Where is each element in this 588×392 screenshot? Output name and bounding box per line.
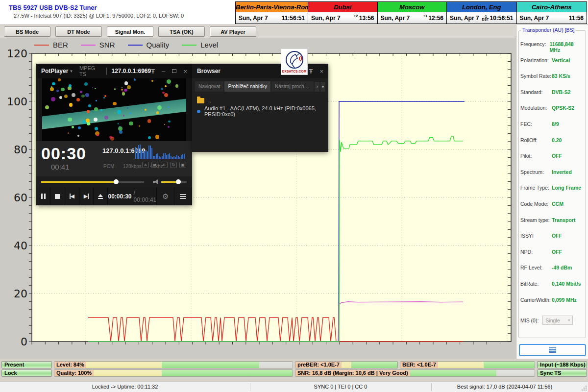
previous-button[interactable]: ◀ — [65, 187, 79, 205]
stop-button[interactable] — [50, 187, 65, 205]
next-button[interactable]: ▶ — [79, 187, 94, 205]
volume-knob[interactable] — [176, 179, 181, 184]
tab-av-player[interactable]: AV Player — [210, 26, 256, 37]
potplayer-stream-type: MPEG TS — [79, 65, 101, 77]
timecode: 00:00:30 / 00:00:41 — [108, 187, 157, 205]
potplayer-title: PotPlayer — [41, 68, 68, 74]
ab-point-b-button[interactable]: B — [161, 162, 168, 168]
clock-london-date: Sun, Apr 7 — [450, 15, 482, 22]
quality-bar: Quality: 100% — [54, 369, 293, 377]
pin-icon[interactable]: Ŧ — [309, 68, 313, 75]
transponder-row-value: OFF — [552, 249, 562, 255]
svg-text:20: 20 — [14, 288, 27, 300]
ab-swap-button[interactable]: ⇄ — [151, 162, 158, 168]
timecode-current: 00:00:30 — [108, 193, 131, 200]
repeat-button[interactable]: ↻ — [170, 162, 177, 168]
transponder-row-label: Stream type: — [520, 217, 552, 223]
tab-nastroj-prochazeni[interactable]: Nástroj procházení tit... — [271, 81, 314, 92]
ab-point-a-button[interactable]: A — [142, 162, 149, 168]
statusbar-lock-uptime: Locked -> Uptime: 00:11:32 — [0, 382, 250, 392]
clock-moscow: Moscow Sun, Apr 7 +1 12:56 — [378, 2, 447, 24]
clock-dubai-date: Sun, Apr 7 — [311, 15, 354, 22]
potplayer-video-area[interactable] — [42, 78, 186, 141]
browser-titlebar[interactable]: Browser Ŧ × — [192, 64, 328, 78]
present-indicator: Present — [1, 361, 52, 368]
transponder-row-value: 0,140 Mbit/s — [552, 281, 581, 287]
potplayer-titlebar[interactable]: PotPlayer ▾ MPEG TS | 127.0.0.1:6969 Ŧ –… — [36, 64, 192, 78]
transponder-row-label: FEC: — [520, 121, 552, 127]
tab-dropdown-icon[interactable]: ▾ — [320, 82, 325, 92]
transponder-row-label: RF Level: — [520, 265, 552, 270]
lock-indicator: Lock — [1, 369, 52, 377]
svg-text:40: 40 — [14, 240, 27, 252]
tab-signal-mon[interactable]: Signal Mon. — [107, 26, 153, 37]
chevron-down-icon[interactable]: ▾ — [70, 69, 73, 74]
transponder-row-label: Code Mode: — [520, 201, 552, 207]
volume-slider[interactable] — [161, 181, 187, 183]
clock-london-time: 10:56:51 — [490, 15, 513, 22]
svg-text:60: 60 — [14, 192, 27, 204]
transponder-row: Pilot:OFF — [520, 153, 583, 159]
snr-bar: SNR: 16,8 dB (Margin: 10,6 dB | Very Goo… — [295, 369, 535, 377]
svg-text:120: 120 — [7, 48, 27, 60]
resize-grip[interactable] — [582, 386, 587, 391]
tab-prohlizec-nabidky[interactable]: Prohlížeč nabídky — [224, 81, 270, 92]
tab-navigovat[interactable]: Navigovat — [195, 81, 223, 92]
fullscreen-button[interactable]: ▣ — [179, 162, 186, 168]
header: TBS 5927 USB DVB-S2 Tuner 27.5W - Intels… — [0, 0, 588, 25]
tab-bs-mode[interactable]: BS Mode — [4, 26, 50, 37]
transponder-row-label: Polarization: — [520, 57, 552, 63]
minimize-icon[interactable]: – — [162, 68, 165, 75]
statusbar-sync-counters: SYNC 0 | TEI 0 | CC 0 — [250, 382, 431, 392]
transponder-row: Symbol Rate:83 KS/s — [520, 73, 583, 79]
transponder-row-value: QPSK-S2 — [552, 105, 574, 111]
browser-item-list: .. Audio #1 - AAC(LATM), 24.0 kHz (PID:0… — [192, 92, 328, 121]
signal-status-rows: Present Lock Level: 84% Quality: 100% pr… — [0, 359, 588, 379]
app-title: TBS 5927 USB DVB-S2 Tuner — [9, 4, 97, 11]
elapsed-time: 00:30 — [41, 144, 86, 163]
seek-knob[interactable] — [114, 179, 119, 184]
transponder-row-value: Long Frame — [552, 185, 581, 191]
dxsatcs-logo: DXSATCS.COM — [281, 49, 308, 75]
statusbar-best-signal: Best signal: 17,0 dB (2024-04-07 11:56) — [431, 382, 578, 392]
tab-scroll-right-icon[interactable]: › — [315, 82, 319, 92]
tab-dt-mode[interactable]: DT Mode — [55, 26, 102, 37]
transponder-row: RF Level:-49 dBm — [520, 265, 583, 270]
clock-moscow-offset: +1 — [423, 14, 427, 18]
transponder-row: Standard:DVB-S2 — [520, 89, 583, 95]
transponder-row-label: Standard: — [520, 89, 552, 95]
preber-bar: preBER: <1.0E-7 — [295, 361, 398, 368]
clock-dubai-name: Dubai — [308, 2, 377, 12]
maximize-icon[interactable] — [172, 69, 176, 73]
clock-berlin-date: Sun, Apr 7 — [239, 15, 282, 22]
ber-bar: BER: <1.0E-7 — [400, 361, 535, 368]
menu-hamburger-icon[interactable] — [174, 187, 192, 205]
audio-visualizer — [135, 144, 186, 159]
folder-icon — [197, 98, 204, 103]
transponder-row-value: Inverted — [552, 169, 572, 175]
pause-button[interactable] — [36, 187, 50, 205]
stream-save-button[interactable] — [519, 344, 586, 356]
settings-gear-icon[interactable]: ⚙ — [157, 187, 174, 205]
mis-dropdown[interactable]: Single ▾ — [542, 316, 573, 325]
speaker-icon[interactable] — [152, 179, 158, 184]
clock-moscow-name: Moscow — [378, 2, 447, 12]
potplayer-info-panel: 00:30 00:41 127.0.0.1:6969 PCM 128kbps 4… — [36, 141, 192, 176]
transponder-row-label: Pilot: — [520, 153, 552, 159]
transponder-row-value: -49 dBm — [552, 265, 572, 270]
total-time: 00:41 — [51, 163, 70, 171]
seek-bar[interactable] — [41, 181, 144, 183]
audio-track-item[interactable]: Audio #1 - AAC(LATM), 24.0 kHz (PID:0x00… — [197, 105, 323, 117]
transponder-row-value: 8/9 — [552, 121, 559, 127]
close-icon[interactable]: × — [319, 68, 323, 75]
parent-folder-item[interactable]: .. — [197, 96, 323, 105]
eject-button[interactable] — [94, 187, 108, 205]
transponder-row: FEC:8/9 — [520, 121, 583, 127]
clock-cairo-name: Cairo-Athens — [517, 2, 587, 12]
pin-icon[interactable]: Ŧ — [151, 68, 155, 75]
bitrate-label: 128kbps — [123, 164, 142, 169]
transponder-row-label: Symbol Rate: — [520, 73, 552, 79]
transponder-row-label: ISSYI — [520, 233, 552, 239]
tab-tsa[interactable]: TSA (OK) — [158, 26, 205, 37]
close-icon[interactable]: × — [183, 68, 187, 75]
